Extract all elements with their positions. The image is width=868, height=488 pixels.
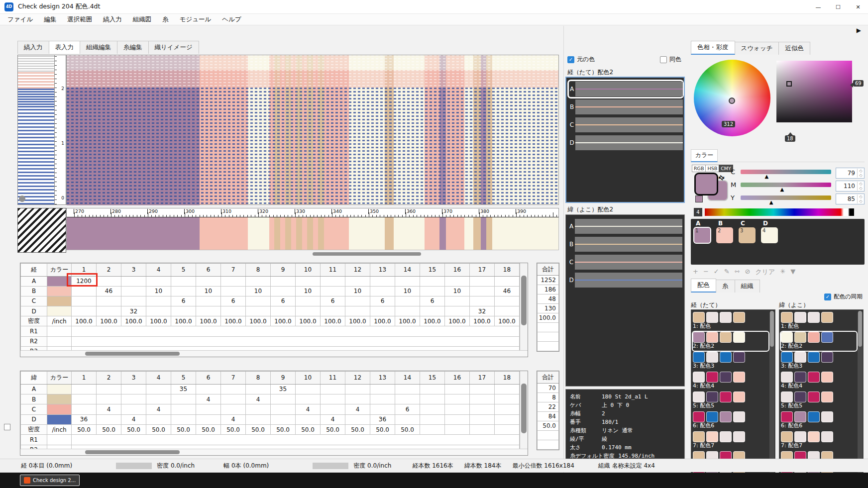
table-cell[interactable] — [420, 414, 445, 424]
table-cell[interactable] — [345, 414, 370, 424]
table-cell[interactable] — [445, 404, 470, 414]
bottom-left-checkbox[interactable] — [4, 424, 10, 430]
colorway-list-item[interactable]: 7: 配色7 — [693, 431, 768, 450]
table-cell[interactable]: 4 — [196, 394, 221, 404]
table-cell[interactable]: 4 — [321, 414, 345, 424]
slider-value-input[interactable]: 79◇◇ — [836, 168, 865, 179]
colorway-list-item[interactable]: 6: 配色6 — [693, 411, 768, 430]
slider-marker[interactable]: ▲ — [780, 187, 784, 192]
tab-color[interactable]: カラー — [691, 149, 718, 162]
mode-button-rgb[interactable]: RGB — [692, 165, 706, 172]
colorway-bar-row-B[interactable]: B — [568, 98, 683, 115]
row-color-cell[interactable] — [47, 394, 72, 404]
maximize-button[interactable]: ☐ — [828, 0, 848, 14]
table-cell[interactable]: 10 — [445, 286, 470, 296]
table-cell[interactable] — [470, 286, 495, 296]
table-vertical-scrollbar[interactable] — [520, 263, 528, 357]
colorway-list-item[interactable]: 7: 配色7 — [781, 431, 857, 450]
table-horizontal-scrollbar[interactable] — [20, 449, 528, 455]
table-cell[interactable] — [321, 276, 345, 286]
table-cell[interactable] — [445, 276, 470, 286]
colorway-bar-row-A[interactable]: A — [568, 81, 683, 98]
table-cell[interactable] — [321, 306, 345, 316]
table-cell[interactable] — [321, 286, 345, 296]
weave-structure-swatch[interactable] — [17, 208, 66, 253]
table-cell[interactable] — [495, 276, 520, 286]
table-cell[interactable] — [345, 306, 370, 316]
toolbar-icon-−[interactable]: − — [703, 268, 709, 277]
table-cell[interactable]: 10 — [146, 286, 171, 296]
table-cell[interactable] — [370, 384, 395, 394]
table-cell[interactable] — [196, 384, 221, 394]
warp-color-band[interactable] — [66, 217, 559, 250]
toolbar-icon-⊘[interactable]: ⊘ — [745, 268, 751, 277]
table-cell[interactable] — [72, 306, 97, 316]
menu-item[interactable]: 編集 — [38, 15, 62, 24]
density-cell[interactable]: 50.0 — [171, 424, 196, 434]
table-cell[interactable] — [296, 414, 321, 424]
row-color-cell[interactable] — [47, 296, 72, 306]
yarn-bar[interactable] — [575, 117, 683, 132]
table-cell[interactable] — [196, 296, 221, 306]
slider-track[interactable] — [741, 195, 831, 200]
table-cell[interactable]: 10 — [246, 286, 271, 296]
colorway-list-item[interactable]: 2: 配色2 — [781, 332, 857, 351]
density-cell[interactable]: 100.0 — [420, 316, 445, 326]
same-color-checkbox[interactable]: 同色 — [660, 55, 681, 64]
table-cell[interactable] — [345, 296, 370, 306]
table-cell[interactable]: 4 — [97, 404, 121, 414]
table-cell[interactable] — [121, 286, 146, 296]
tab-5[interactable]: 織りイメージ — [148, 41, 199, 54]
yarn-bar[interactable] — [575, 99, 683, 114]
density-cell[interactable]: 100.0 — [196, 316, 221, 326]
table-cell[interactable] — [72, 286, 97, 296]
table-cell[interactable] — [395, 276, 420, 286]
table-cell[interactable] — [196, 306, 221, 316]
table-cell[interactable] — [72, 384, 97, 394]
expand-panel-arrow-icon[interactable]: ▶ — [857, 27, 861, 34]
colorway-list-item[interactable]: 3: 配色3 — [781, 352, 857, 371]
table-cell[interactable]: 6 — [221, 296, 246, 306]
table-cell[interactable] — [470, 404, 495, 414]
table-cell[interactable]: 6 — [171, 296, 196, 306]
close-button[interactable]: ✕ — [848, 0, 868, 14]
tab-1[interactable]: 縞入力 — [17, 41, 49, 54]
colorway-swatch-C[interactable]: 3 — [739, 227, 756, 243]
table-cell[interactable] — [121, 394, 146, 404]
table-cell[interactable] — [72, 296, 97, 306]
density-cell[interactable]: 50.0 — [345, 424, 370, 434]
list-scrollbar[interactable] — [858, 311, 863, 474]
table-cell[interactable] — [296, 384, 321, 394]
density-cell[interactable]: 50.0 — [97, 424, 121, 434]
menu-item[interactable]: ファイル — [2, 15, 38, 24]
table-cell[interactable] — [47, 336, 72, 346]
table-cell[interactable] — [221, 394, 246, 404]
yarn-bar[interactable] — [575, 135, 683, 150]
table-cell[interactable]: 4 — [146, 404, 171, 414]
table-cell[interactable]: 10 — [296, 286, 321, 296]
density-cell[interactable]: 100.0 — [271, 316, 296, 326]
colorway-bar-row-D[interactable]: D — [568, 134, 683, 151]
colorway-list-item[interactable]: 2: 配色2 — [693, 332, 768, 351]
table-cell[interactable] — [271, 414, 296, 424]
table-cell[interactable] — [470, 276, 495, 286]
table-cell[interactable]: 6 — [271, 296, 296, 306]
density-cell[interactable]: 50.0 — [72, 424, 97, 434]
tab-3[interactable]: 組織編集 — [80, 41, 117, 54]
toolbar-icon-クリア[interactable]: クリア — [755, 268, 775, 277]
density-cell[interactable]: 100.0 — [72, 316, 97, 326]
warp-stripe-preview[interactable] — [17, 55, 55, 205]
spectrum-bar[interactable] — [705, 208, 854, 216]
table-cell[interactable] — [171, 394, 196, 404]
checkbox-icon[interactable]: ✓ — [567, 56, 574, 63]
density-cell[interactable]: 50.0 — [146, 424, 171, 434]
table-cell[interactable] — [395, 394, 420, 404]
table-cell[interactable] — [420, 286, 445, 296]
table-cell[interactable] — [321, 384, 345, 394]
table-cell[interactable] — [345, 276, 370, 286]
sync-colorways-checkbox[interactable]: ✓ 配色の同期 — [824, 293, 863, 300]
density-cell[interactable]: 50.0 — [121, 424, 146, 434]
table-cell[interactable] — [221, 286, 246, 296]
table-cell[interactable] — [146, 414, 171, 424]
density-cell[interactable] — [420, 424, 445, 434]
